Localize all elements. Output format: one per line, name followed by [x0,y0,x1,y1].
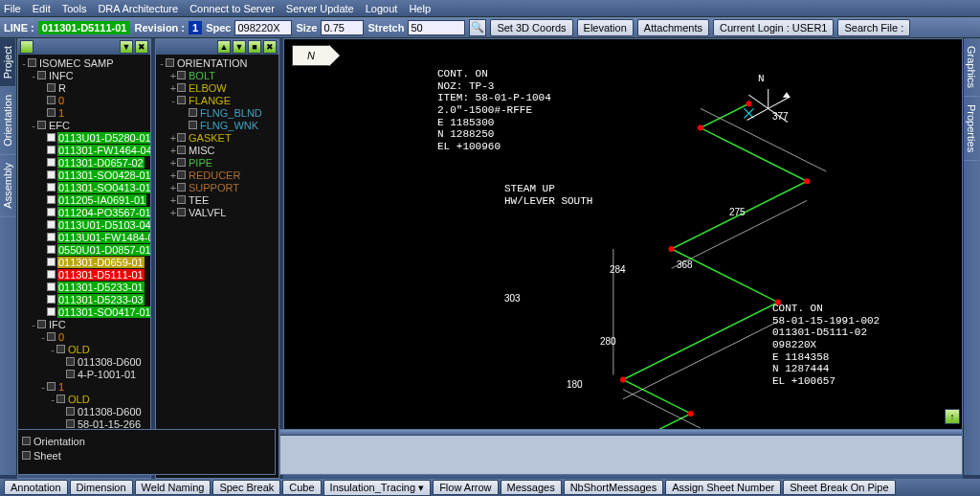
svg-marker-19 [784,93,790,97]
check-sheet-label: Sheet [33,450,61,462]
iso-viewport[interactable]: N [283,38,963,460]
tree-row[interactable]: -1 [20,380,148,393]
tree-row[interactable]: 0 [20,94,148,106]
check-sheet[interactable] [22,451,31,460]
tree-row[interactable]: 011308-D600 [20,405,148,417]
tree-row[interactable]: 011301-SO0428-01 [20,169,148,181]
tree-row[interactable]: 0113U01-FW1484-01 [20,231,148,243]
btab-sheetbreak[interactable]: Sheet Break On Pipe [783,480,895,495]
orient-square-icon[interactable]: ■ [248,40,261,54]
btab-insulation[interactable]: Insulation_Tracing [323,480,432,496]
menu-tools[interactable]: Tools [62,3,87,14]
svg-point-5 [620,377,626,383]
orient-row[interactable]: +VALVFL [158,206,277,218]
orient-close-icon[interactable]: ✖ [263,40,277,54]
btab-cube[interactable]: Cube [282,480,321,495]
attachments-button[interactable]: Attachments [637,19,709,36]
tree-row[interactable]: 011204-PO3567-01 [20,206,148,218]
tree-row[interactable]: -IFC [20,318,148,330]
tree-row[interactable]: 4-P-1001-01 [20,368,148,380]
spec-input[interactable] [234,20,292,35]
btab-messages[interactable]: Messages [501,480,562,495]
tree-row[interactable]: 011301-D0659-01 [20,256,148,268]
orient-row[interactable]: FLNG_WNK [158,119,277,131]
btab-nbshort[interactable]: NbShortMessages [564,480,664,495]
orient-up-icon[interactable]: ▲ [217,40,231,54]
orient-row[interactable]: +REDUCER [158,169,277,181]
tree-row[interactable]: -INFC [20,69,148,81]
orient-row[interactable]: +TEE [158,193,277,206]
elevation-button[interactable]: Elevation [577,19,634,36]
tree-row[interactable]: 011308-D600 [20,355,148,368]
orient-row[interactable]: +PIPE [158,156,277,169]
set3d-button[interactable]: Set 3D Coords [490,19,572,36]
orient-row[interactable]: +ELBOW [158,81,277,94]
check-orientation[interactable] [22,437,31,445]
menu-serverupdate[interactable]: Server Update [286,3,354,14]
orient-row[interactable]: +BOLT [158,69,277,81]
orient-row[interactable]: -ORIENTATION [158,56,277,69]
svg-line-17 [748,95,768,108]
btab-annotation[interactable]: Annotation [4,480,68,495]
menu-help[interactable]: Help [409,3,431,14]
tree-row[interactable]: R [20,81,148,94]
tree-row[interactable]: 011205-IA0691-01 [20,193,148,206]
tree-row[interactable]: 0113U01-D5103-04 [20,218,148,231]
dim-180: 180 [567,379,583,390]
search-file-button[interactable]: Search File : [837,19,910,36]
tree-row[interactable]: 011301-D5111-01 [20,268,148,281]
dim-377: 377 [772,111,789,122]
spec-label: Spec [206,22,231,34]
btab-flowarrow[interactable]: Flow Arrow [433,480,498,495]
menu-dra[interactable]: DRA Architecture [98,3,178,14]
menu-connect[interactable]: Connect to Server [189,3,275,14]
dim-275: 275 [729,207,746,217]
tree-row[interactable]: -0 [20,330,148,343]
menu-edit[interactable]: Edit [33,3,51,14]
tab-orientation[interactable]: Orientation [0,87,15,155]
orient-row[interactable]: +SUPPORT [158,181,277,193]
tab-assembly[interactable]: Assembly [0,155,15,217]
orient-row[interactable]: +GASKET [158,131,277,144]
tree-row[interactable]: 011301-FW1464-04 [20,144,148,156]
tab-graphics[interactable]: Graphics [964,38,979,97]
search-icon[interactable]: 🔍 [469,19,486,36]
tree-row[interactable]: 011301-D0657-02 [20,156,148,169]
tree-row[interactable]: 0550U01-D0857-01 [20,243,148,256]
tree-row[interactable]: 1 [20,106,148,119]
tab-project[interactable]: Project [0,38,15,87]
msg-arrow-icon[interactable]: ↑ [945,409,960,424]
tree-row[interactable]: 011301-SO0417-01 [20,305,148,318]
tree-row[interactable]: 011301-SO0413-01 [20,181,148,193]
menu-file[interactable]: File [4,3,21,14]
project-tree[interactable]: -ISOMEC SAMP-INFCR01-EFC0113U01-D5280-01… [18,55,150,459]
tree-tool-close-icon[interactable]: ✖ [135,40,148,54]
btab-dimension[interactable]: Dimension [70,480,133,495]
tree-tool-down-icon[interactable]: ▼ [120,40,133,54]
size-input[interactable] [321,20,364,35]
stretch-input[interactable] [408,20,465,35]
svg-line-9 [701,108,826,171]
dim-280: 280 [600,336,616,347]
line-label: LINE : [4,22,34,34]
btab-assignsheet[interactable]: Assign Sheet Number [665,480,781,495]
orient-down-icon[interactable]: ▼ [233,40,246,54]
tree-row[interactable]: 0113U01-D5280-01 [20,131,148,144]
tree-row[interactable]: 011301-D5233-03 [20,293,148,305]
btab-specbreak[interactable]: Spec Break [212,480,280,495]
orientation-tree[interactable]: -ORIENTATION+BOLT+ELBOW-FLANGEFLNG_BLNDF… [156,55,278,478]
rev-value: 1 [189,21,202,34]
tree-row[interactable]: 011301-D5233-01 [20,281,148,293]
tab-properties[interactable]: Properties [964,97,979,161]
btab-weld[interactable]: Weld Naming [135,480,212,495]
orient-row[interactable]: +MISC [158,144,277,156]
tree-row[interactable]: -ISOMEC SAMP [20,56,148,69]
tree-row[interactable]: -EFC [20,119,148,131]
orient-row[interactable]: -FLANGE [158,94,277,106]
orient-row[interactable]: FLNG_BLND [158,106,277,119]
size-label: Size [296,22,317,34]
tree-row[interactable]: -OLD [20,393,148,405]
tree-row[interactable]: -OLD [20,343,148,355]
menu-logout[interactable]: Logout [366,3,398,14]
dim-368: 368 [677,259,693,270]
